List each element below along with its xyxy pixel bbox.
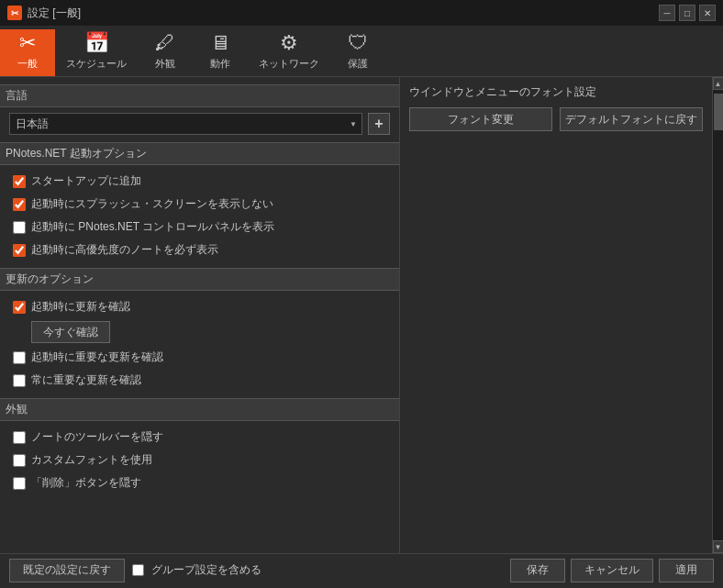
- checkbox-hide-toolbar-input[interactable]: [13, 431, 26, 444]
- checkbox-startup-add: スタートアップに追加: [9, 171, 390, 192]
- checkbox-custom-font: カスタムフォントを使用: [9, 449, 390, 471]
- action-icon: 🖥: [210, 33, 230, 53]
- tab-protection-label: 保護: [348, 57, 368, 71]
- checkbox-hide-toolbar-label[interactable]: ノートのツールバーを隠す: [31, 429, 163, 445]
- checkbox-hide-delete-input[interactable]: [13, 477, 26, 490]
- checkbox-always-important: 常に重要な更新を確認: [9, 370, 390, 391]
- checkbox-startup-add-label[interactable]: スタートアップに追加: [31, 173, 141, 189]
- checkbox-startup-add-input[interactable]: [13, 175, 26, 188]
- save-button[interactable]: 保存: [510, 559, 565, 582]
- titlebar-title: 設定 [一般]: [28, 6, 659, 21]
- cancel-button[interactable]: キャンセル: [571, 559, 653, 582]
- checkbox-custom-font-label[interactable]: カスタムフォントを使用: [31, 452, 152, 468]
- protection-icon: 🛡: [348, 33, 368, 53]
- checkbox-hide-delete-label[interactable]: 「削除」ボタンを隠す: [31, 475, 141, 491]
- tab-network[interactable]: ⚙ ネットワーク: [248, 29, 330, 76]
- bottom-bar: 既定の設定に戻す グループ設定を含める 保存 キャンセル 適用: [0, 553, 723, 586]
- bottom-left: 既定の設定に戻す グループ設定を含める: [9, 559, 503, 582]
- tab-protection[interactable]: 🛡 保護: [330, 29, 385, 76]
- checkbox-check-update: 起動時に更新を確認: [9, 296, 390, 317]
- language-select-wrap: 日本語 English: [9, 113, 362, 135]
- tab-schedule-label: スケジュール: [66, 57, 127, 71]
- scrollbar-down-button[interactable]: ▼: [713, 540, 724, 553]
- tab-appearance-label: 外観: [155, 57, 175, 71]
- checkbox-check-update-label[interactable]: 起動時に更新を確認: [31, 299, 130, 315]
- appearance-icon: 🖊: [155, 33, 175, 53]
- titlebar: ✂ 設定 [一般] ─ □ ✕: [0, 0, 723, 26]
- checkbox-show-high-priority: 起動時に高優先度のノートを必ず表示: [9, 239, 390, 261]
- titlebar-controls: ─ □ ✕: [659, 5, 716, 21]
- bottom-right: 保存 キャンセル 適用: [510, 559, 714, 582]
- checkbox-show-panel-label[interactable]: 起動時に PNotes.NET コントロールパネルを表示: [31, 219, 274, 235]
- right-panel: ウインドウとメニューのフォント設定 フォント変更 デフォルトフォントに戻す: [400, 77, 712, 553]
- toolbar: ✂ 一般 📅 スケジュール 🖊 外観 🖥 動作 ⚙ ネットワーク 🛡 保護: [0, 26, 723, 77]
- language-add-button[interactable]: +: [368, 113, 390, 135]
- checkbox-check-important-input[interactable]: [13, 351, 26, 364]
- group-settings-checkbox[interactable]: [132, 564, 144, 576]
- checkbox-show-panel-input[interactable]: [13, 221, 26, 234]
- scrollbar: ▲ ▼: [712, 77, 723, 553]
- appearance-section-header: 外観: [0, 398, 399, 421]
- checkbox-hide-delete: 「削除」ボタンを隠す: [9, 472, 390, 494]
- check-now-button[interactable]: 今すぐ確認: [31, 321, 110, 343]
- checkbox-always-important-input[interactable]: [13, 374, 26, 387]
- tab-general-label: 一般: [17, 57, 38, 71]
- font-default-button[interactable]: デフォルトフォントに戻す: [560, 107, 703, 131]
- checkbox-always-important-label[interactable]: 常に重要な更新を確認: [31, 372, 141, 388]
- tab-general[interactable]: ✂ 一般: [0, 29, 55, 76]
- checkbox-no-splash-input[interactable]: [13, 198, 26, 211]
- close-button[interactable]: ✕: [699, 5, 716, 21]
- font-section-title: ウインドウとメニューのフォント設定: [409, 84, 703, 100]
- left-panel: 言語 日本語 English + PNotes.NET 起動オプション スタート…: [0, 77, 400, 553]
- font-buttons: フォント変更 デフォルトフォントに戻す: [409, 107, 703, 131]
- checkbox-show-high-priority-input[interactable]: [13, 244, 26, 257]
- scrollbar-track: [713, 90, 724, 540]
- group-settings-label[interactable]: グループ設定を含める: [151, 562, 261, 578]
- language-select[interactable]: 日本語 English: [9, 113, 362, 135]
- tab-action[interactable]: 🖥 動作: [193, 29, 248, 76]
- language-section-header: 言語: [0, 84, 399, 107]
- app-icon: ✂: [7, 6, 22, 20]
- checkbox-hide-toolbar: ノートのツールバーを隠す: [9, 427, 390, 448]
- reset-button[interactable]: 既定の設定に戻す: [9, 559, 125, 582]
- checkbox-no-splash-label[interactable]: 起動時にスプラッシュ・スクリーンを表示しない: [31, 196, 273, 212]
- scrollbar-up-button[interactable]: ▲: [713, 77, 724, 90]
- checkbox-show-high-priority-label[interactable]: 起動時に高優先度のノートを必ず表示: [31, 242, 218, 258]
- checkbox-check-important: 起動時に重要な更新を確認: [9, 347, 390, 368]
- tab-schedule[interactable]: 📅 スケジュール: [55, 29, 138, 76]
- checkbox-check-update-input[interactable]: [13, 301, 26, 314]
- tab-appearance[interactable]: 🖊 外観: [138, 29, 193, 76]
- general-icon: ✂: [19, 33, 36, 53]
- font-change-button[interactable]: フォント変更: [409, 107, 552, 131]
- maximize-button[interactable]: □: [679, 5, 695, 21]
- schedule-icon: 📅: [84, 33, 109, 53]
- tab-action-label: 動作: [210, 57, 230, 71]
- apply-button[interactable]: 適用: [659, 559, 714, 582]
- update-section-header: 更新のオプション: [0, 268, 399, 291]
- checkbox-no-splash: 起動時にスプラッシュ・スクリーンを表示しない: [9, 194, 390, 215]
- minimize-button[interactable]: ─: [659, 5, 675, 21]
- startup-section-header: PNotes.NET 起動オプション: [0, 142, 399, 165]
- checkbox-show-panel: 起動時に PNotes.NET コントロールパネルを表示: [9, 216, 390, 238]
- tab-network-label: ネットワーク: [259, 57, 319, 71]
- language-row: 日本語 English +: [9, 113, 390, 135]
- checkbox-check-important-label[interactable]: 起動時に重要な更新を確認: [31, 349, 163, 365]
- scrollbar-thumb[interactable]: [714, 94, 723, 130]
- checkbox-custom-font-input[interactable]: [13, 454, 26, 467]
- network-icon: ⚙: [280, 33, 298, 53]
